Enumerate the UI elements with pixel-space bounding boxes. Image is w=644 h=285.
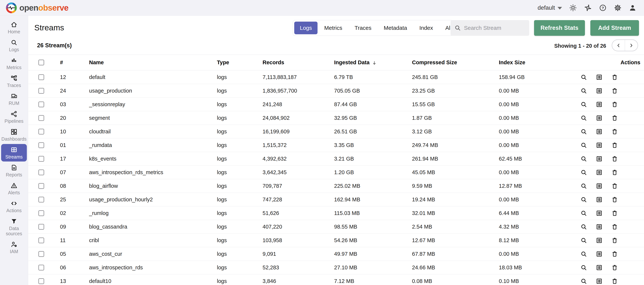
- explore-stream-button[interactable]: [580, 250, 587, 258]
- tab-logs[interactable]: Logs: [294, 22, 318, 34]
- stream-details-button[interactable]: [596, 264, 603, 271]
- sidebar-item-rum[interactable]: RUM: [1, 90, 27, 108]
- explore-stream-button[interactable]: [580, 87, 587, 94]
- organization-selector[interactable]: default: [538, 4, 562, 11]
- sidebar-item-streams[interactable]: Streams: [1, 144, 27, 162]
- delete-stream-button[interactable]: [611, 142, 618, 149]
- row-checkbox[interactable]: [38, 170, 44, 175]
- delete-stream-button[interactable]: [611, 87, 618, 94]
- row-checkbox[interactable]: [38, 183, 44, 189]
- column-header-index[interactable]: #: [60, 55, 63, 70]
- explore-stream-button[interactable]: [580, 128, 587, 135]
- column-header-type[interactable]: Type: [217, 55, 229, 70]
- row-checkbox[interactable]: [38, 142, 44, 148]
- row-checkbox[interactable]: [38, 238, 44, 243]
- add-stream-button[interactable]: Add Stream: [590, 20, 639, 36]
- delete-stream-button[interactable]: [611, 182, 618, 190]
- sidebar-item-metrics[interactable]: Metrics: [1, 54, 27, 72]
- sidebar-item-logs[interactable]: Logs: [1, 37, 27, 54]
- explore-stream-button[interactable]: [580, 114, 587, 122]
- stream-details-button[interactable]: [596, 114, 603, 122]
- row-checkbox[interactable]: [38, 265, 44, 270]
- delete-stream-button[interactable]: [611, 196, 618, 203]
- delete-stream-button[interactable]: [611, 155, 618, 162]
- next-page-button[interactable]: [625, 40, 638, 51]
- explore-stream-button[interactable]: [580, 169, 587, 176]
- sidebar-item-pipelines[interactable]: Pipelines: [1, 108, 27, 126]
- stream-details-button[interactable]: [596, 182, 603, 190]
- explore-stream-button[interactable]: [580, 142, 587, 149]
- stream-details-button[interactable]: [596, 142, 603, 149]
- delete-stream-button[interactable]: [611, 250, 618, 258]
- sidebar-item-iam[interactable]: IAM: [1, 238, 27, 256]
- previous-page-button[interactable]: [612, 40, 625, 51]
- tab-metadata[interactable]: Metadata: [378, 22, 412, 34]
- explore-stream-button[interactable]: [580, 210, 587, 217]
- delete-stream-button[interactable]: [611, 74, 618, 81]
- delete-stream-button[interactable]: [611, 264, 618, 271]
- row-checkbox[interactable]: [38, 210, 44, 216]
- delete-stream-button[interactable]: [611, 237, 618, 244]
- stream-details-button[interactable]: [596, 210, 603, 217]
- delete-stream-button[interactable]: [611, 128, 618, 135]
- explore-stream-button[interactable]: [580, 182, 587, 190]
- row-checkbox[interactable]: [38, 224, 44, 230]
- slack-icon[interactable]: [584, 4, 592, 12]
- sidebar-item-home[interactable]: Home: [1, 19, 27, 36]
- stream-details-button[interactable]: [596, 223, 603, 230]
- stream-details-button[interactable]: [596, 169, 603, 176]
- delete-stream-button[interactable]: [611, 101, 618, 108]
- column-header-compressed-size[interactable]: Compressed Size: [412, 55, 457, 70]
- help-icon[interactable]: ?: [599, 4, 607, 12]
- delete-stream-button[interactable]: [611, 278, 618, 285]
- explore-stream-button[interactable]: [580, 264, 587, 271]
- explore-stream-button[interactable]: [580, 155, 587, 162]
- row-checkbox[interactable]: [38, 74, 44, 80]
- column-header-index-size[interactable]: Index Size: [499, 55, 525, 70]
- delete-stream-button[interactable]: [611, 169, 618, 176]
- column-header-records[interactable]: Records: [262, 55, 284, 70]
- explore-stream-button[interactable]: [580, 196, 587, 203]
- row-checkbox[interactable]: [38, 251, 44, 257]
- delete-stream-button[interactable]: [611, 114, 618, 122]
- account-icon[interactable]: [629, 4, 636, 12]
- row-checkbox[interactable]: [38, 88, 44, 94]
- explore-stream-button[interactable]: [580, 278, 587, 285]
- tab-metrics[interactable]: Metrics: [319, 22, 348, 34]
- sidebar-item-actions[interactable]: Actions: [1, 198, 27, 215]
- sidebar-item-data-sources[interactable]: Data sources: [1, 216, 27, 238]
- stream-details-button[interactable]: [596, 101, 603, 108]
- column-header-ingested-data[interactable]: Ingested Data: [334, 55, 377, 70]
- explore-stream-button[interactable]: [580, 223, 587, 230]
- sort-descending-icon[interactable]: [372, 60, 377, 66]
- row-checkbox[interactable]: [38, 129, 44, 134]
- sidebar-item-traces[interactable]: Traces: [1, 72, 27, 90]
- row-checkbox[interactable]: [38, 156, 44, 162]
- row-checkbox[interactable]: [38, 278, 44, 284]
- delete-stream-button[interactable]: [611, 210, 618, 217]
- sidebar-item-reports[interactable]: Reports: [1, 162, 27, 180]
- explore-stream-button[interactable]: [580, 237, 587, 244]
- search-stream-input[interactable]: [464, 25, 526, 31]
- delete-stream-button[interactable]: [611, 223, 618, 230]
- tab-index[interactable]: Index: [414, 22, 438, 34]
- stream-details-button[interactable]: [596, 155, 603, 162]
- sidebar-item-alerts[interactable]: Alerts: [1, 180, 27, 197]
- row-checkbox[interactable]: [38, 197, 44, 202]
- refresh-stats-button[interactable]: Refresh Stats: [534, 20, 585, 36]
- settings-gear-icon[interactable]: [614, 4, 622, 12]
- explore-stream-button[interactable]: [580, 101, 587, 108]
- theme-toggle-icon[interactable]: [569, 4, 577, 12]
- stream-details-button[interactable]: [596, 128, 603, 135]
- explore-stream-button[interactable]: [580, 74, 587, 81]
- stream-details-button[interactable]: [596, 87, 603, 94]
- stream-details-button[interactable]: [596, 278, 603, 285]
- row-checkbox[interactable]: [38, 115, 44, 121]
- stream-details-button[interactable]: [596, 74, 603, 81]
- select-all-checkbox[interactable]: [38, 60, 44, 66]
- tab-traces[interactable]: Traces: [349, 22, 377, 34]
- column-header-name[interactable]: Name: [89, 55, 104, 70]
- stream-details-button[interactable]: [596, 237, 603, 244]
- stream-details-button[interactable]: [596, 196, 603, 203]
- stream-details-button[interactable]: [596, 250, 603, 258]
